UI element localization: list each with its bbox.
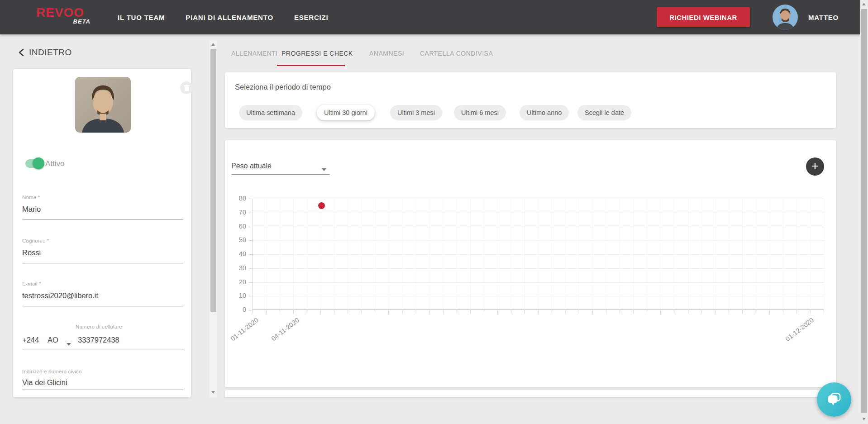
phone-number-input[interactable]: 3337972438: [78, 336, 119, 344]
richiedi-webinar-button[interactable]: RICHIEDI WEBINAR: [657, 7, 750, 27]
x-tick: [293, 310, 294, 314]
gridline-x: [701, 199, 702, 310]
gridline-x: [592, 199, 593, 310]
y-tick: [249, 199, 252, 199]
x-tick: [552, 310, 552, 314]
user-photo: [773, 5, 798, 30]
email-field-input[interactable]: testrossi2020@libero.it: [22, 291, 98, 300]
gridline-x: [538, 199, 539, 310]
user-name[interactable]: MATTEO: [808, 0, 839, 34]
x-tick: [729, 310, 729, 314]
x-tick: [579, 310, 579, 314]
metric-dropdown[interactable]: Peso attuale: [231, 158, 331, 175]
user-avatar[interactable]: [773, 5, 798, 30]
cognome-field-underline: [22, 263, 183, 263]
gridline-x: [715, 199, 715, 310]
sidebar-scrollbar-thumb[interactable]: [210, 49, 216, 312]
chip-ultimo-anno[interactable]: Ultimo anno: [520, 105, 569, 120]
detail-tabs: ALLENAMENTIPROGRESSI E CHECKANAMNESICART…: [225, 41, 836, 67]
tab-allenamenti[interactable]: ALLENAMENTI: [231, 50, 278, 57]
x-tick-label-01-11-2020: 01-11-2020: [229, 316, 259, 343]
scroll-up-arrow-icon[interactable]: [211, 43, 215, 46]
x-tick: [320, 310, 321, 314]
nome-field-input[interactable]: Mario: [22, 205, 41, 214]
y-tick-label: 0: [224, 306, 246, 313]
tab-cartella-condivisa[interactable]: CARTELLA CONDIVISA: [420, 50, 493, 57]
y-tick-label: 20: [224, 278, 246, 286]
scroll-down-arrow-icon[interactable]: [862, 418, 866, 420]
gridline-x: [293, 199, 294, 310]
scroll-down-arrow-icon[interactable]: [211, 391, 215, 394]
x-tick: [334, 310, 334, 314]
add-metric-button[interactable]: +: [806, 157, 824, 176]
active-tab-underline: [277, 65, 345, 66]
client-profile-card: Attivo Nome * Mario Cognome * Rossi E-ma…: [13, 69, 191, 397]
gridline-x: [633, 199, 634, 310]
gridline-x: [769, 199, 770, 310]
nav-item-piani-di-allenamento[interactable]: PIANI DI ALLENAMENTO: [186, 14, 273, 21]
sidebar-scrollbar[interactable]: [210, 41, 217, 397]
gridline-x: [443, 199, 444, 310]
phone-prefix[interactable]: +244: [22, 336, 39, 344]
nav-item-esercizi[interactable]: ESERCIZI: [294, 14, 329, 21]
x-tick: [253, 310, 253, 314]
address-field-input[interactable]: Via dei Glicini: [22, 378, 67, 387]
client-photo[interactable]: [75, 77, 131, 133]
x-tick: [307, 310, 307, 314]
gridline-x: [402, 199, 403, 310]
metric-dropdown-value: Peso attuale: [231, 162, 272, 170]
chip-ultimi-6-mesi[interactable]: Ultimi 6 mesi: [454, 105, 506, 120]
y-tick: [249, 254, 252, 255]
back-button[interactable]: INDIETRO: [18, 48, 72, 57]
gridline-x: [688, 199, 688, 310]
nome-field-label: Nome *: [22, 195, 40, 200]
phone-country-select[interactable]: AO: [48, 336, 58, 344]
gridline-x: [484, 199, 484, 310]
x-tick: [280, 310, 280, 314]
gridline-x: [552, 199, 552, 310]
tab-anamnesi[interactable]: ANAMNESI: [369, 50, 404, 57]
gridline-x: [280, 199, 280, 310]
gridline-x: [674, 199, 674, 310]
y-tick: [249, 213, 252, 213]
chip-ultima-settimana[interactable]: Ultima settimana: [239, 105, 302, 120]
brand-logo[interactable]: REVOO BETA: [36, 6, 91, 25]
gridline-x: [742, 199, 743, 310]
y-tick: [249, 282, 252, 283]
x-tick: [443, 310, 444, 314]
client-photo-image: [75, 77, 131, 133]
gridline-x: [525, 199, 525, 310]
gridline-x: [307, 199, 307, 310]
y-tick: [249, 227, 252, 227]
y-tick: [249, 268, 252, 269]
chevron-down-icon[interactable]: [67, 339, 71, 348]
toggle-knob: [33, 157, 44, 169]
gridline-x: [375, 199, 375, 310]
tab-progressi-e-check[interactable]: PROGRESSI E CHECK: [281, 50, 353, 57]
gridline-x: [497, 199, 498, 310]
cognome-field-label: Cognome *: [22, 238, 49, 243]
delete-photo-button[interactable]: [180, 81, 193, 94]
scroll-up-arrow-icon[interactable]: [862, 3, 866, 5]
gridline-x: [647, 199, 647, 310]
x-tick: [810, 310, 811, 314]
x-tick: [620, 310, 620, 314]
x-tick: [592, 310, 593, 314]
cognome-field-input[interactable]: Rossi: [22, 248, 41, 257]
chat-widget-button[interactable]: [817, 382, 851, 417]
chip-ultimi-3-mesi[interactable]: Ultimi 3 mesi: [390, 105, 442, 120]
gridline-x: [334, 199, 334, 310]
gridline-x: [565, 199, 566, 310]
nav-item-il-tuo-team[interactable]: IL TUO TEAM: [118, 14, 165, 21]
x-tick: [266, 310, 267, 314]
x-tick: [701, 310, 702, 314]
main-scrollbar[interactable]: [860, 0, 868, 424]
chip-ultimi-30-giorni[interactable]: Ultimi 30 giorni: [317, 105, 375, 120]
x-tick: [348, 310, 348, 314]
gridline-x: [579, 199, 579, 310]
main-scrollbar-thumb[interactable]: [861, 9, 867, 413]
chip-scegli-le-date[interactable]: Scegli le date: [577, 105, 631, 120]
active-toggle[interactable]: [24, 157, 44, 169]
y-tick-label: 10: [224, 292, 246, 299]
back-label: INDIETRO: [29, 48, 72, 57]
